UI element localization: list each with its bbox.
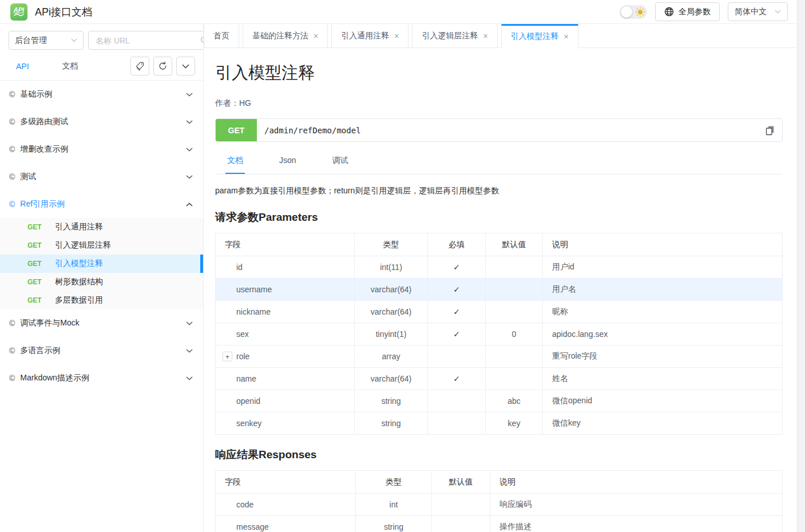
check-icon: ✓ bbox=[453, 263, 460, 272]
subtab-debug[interactable]: 调试 bbox=[331, 150, 350, 174]
group-label: 增删改查示例 bbox=[20, 144, 68, 154]
app-logo: API bbox=[10, 3, 27, 21]
search-input[interactable] bbox=[94, 35, 200, 46]
controller-icon: © bbox=[9, 90, 15, 99]
tab-home[interactable]: 首页 bbox=[204, 24, 239, 47]
field-name: openid bbox=[236, 396, 260, 406]
field-name: id bbox=[236, 263, 243, 272]
sidebar-group-basic[interactable]: © 基础示例 bbox=[0, 81, 203, 108]
sidebar-tab-doc[interactable]: 文档 bbox=[62, 61, 78, 72]
close-icon[interactable]: × bbox=[314, 32, 318, 40]
item-label: 树形数据结构 bbox=[55, 277, 103, 287]
sidebar-item-logic-annotation[interactable]: GET 引入逻辑层注释 bbox=[0, 236, 203, 255]
sidebar-group-ref[interactable]: © Ref引用示例 bbox=[0, 190, 203, 218]
tab-label: 引入逻辑层注释 bbox=[422, 31, 478, 41]
tab-model-annotation[interactable]: 引入模型注释 × bbox=[501, 24, 578, 47]
sidebar-item-common-annotation[interactable]: GET 引入通用注释 bbox=[0, 218, 203, 236]
controller-icon: © bbox=[9, 172, 15, 181]
default-cell bbox=[432, 494, 490, 516]
logo-text: API bbox=[14, 7, 24, 13]
field-cell: senkey bbox=[216, 412, 355, 435]
app-group-select[interactable]: 后台管理 bbox=[9, 31, 84, 50]
sidebar-item-model-annotation[interactable]: GET 引入模型注释 bbox=[0, 255, 203, 273]
author-value: HG bbox=[239, 98, 251, 108]
expand-button[interactable]: + bbox=[223, 352, 232, 362]
toggle-knob bbox=[621, 6, 632, 18]
group-label: 基础示例 bbox=[20, 89, 52, 100]
table-row: nicknamevarchar(64)✓昵称 bbox=[216, 301, 783, 323]
close-icon[interactable]: × bbox=[483, 32, 487, 40]
default-cell bbox=[486, 279, 543, 301]
type-cell: varchar(64) bbox=[355, 279, 428, 301]
chevron-down-icon bbox=[186, 376, 193, 380]
sidebar-submenu-ref: GET 引入通用注释 GET 引入逻辑层注释 GET 引入模型注释 GET 树形… bbox=[0, 218, 203, 309]
theme-toggle[interactable] bbox=[620, 5, 647, 19]
required-cell bbox=[428, 390, 486, 412]
subtab-json[interactable]: Json bbox=[277, 150, 298, 174]
required-cell bbox=[428, 346, 486, 368]
page-title: 引入模型注释 bbox=[215, 62, 783, 85]
global-params-button[interactable]: 全局参数 bbox=[655, 2, 720, 21]
doc-content: 引入模型注释 作者：HG GET /admin/refDemo/model 文档… bbox=[204, 48, 797, 532]
method-badge: GET bbox=[27, 296, 47, 304]
default-cell: 0 bbox=[486, 323, 543, 346]
doc-subtabs: 文档 Json 调试 bbox=[215, 150, 783, 174]
tab-basic-annotation[interactable]: 基础的注释方法 × bbox=[243, 24, 328, 47]
default-cell bbox=[486, 301, 543, 323]
chevron-down-icon bbox=[186, 148, 193, 152]
language-select[interactable]: 简体中文 bbox=[728, 2, 788, 21]
sidebar-item-tree-data[interactable]: GET 树形数据结构 bbox=[0, 273, 203, 291]
sidebar-item-multilayer-data[interactable]: GET 多层数据引用 bbox=[0, 291, 203, 309]
sidebar-tab-api[interactable]: API bbox=[16, 62, 29, 71]
refresh-button[interactable] bbox=[153, 57, 172, 76]
method-badge: GET bbox=[27, 223, 47, 231]
field-cell: openid bbox=[216, 390, 355, 412]
copy-icon[interactable] bbox=[766, 125, 775, 136]
default-cell: abc bbox=[486, 390, 543, 412]
sidebar-group-test[interactable]: © 测试 bbox=[0, 163, 203, 190]
required-cell: ✓ bbox=[428, 301, 486, 323]
chevron-down-icon bbox=[775, 10, 781, 14]
field-name: code bbox=[236, 500, 253, 509]
item-label: 引入逻辑层注释 bbox=[55, 240, 111, 251]
desc-cell: 用户id bbox=[543, 256, 783, 279]
vertical-scrollbar[interactable] bbox=[797, 0, 805, 532]
controller-icon: © bbox=[9, 200, 15, 209]
sidebar-group-crud[interactable]: © 增删改查示例 bbox=[0, 136, 203, 163]
tag-icon bbox=[135, 61, 145, 71]
check-icon: ✓ bbox=[453, 374, 460, 383]
close-icon[interactable]: × bbox=[394, 32, 399, 40]
type-cell: varchar(64) bbox=[355, 368, 428, 390]
request-url: /admin/refDemo/model bbox=[264, 126, 361, 135]
app-header: API APi接口文档 bbox=[0, 0, 797, 24]
responses-heading: 响应结果Responses bbox=[215, 447, 783, 462]
subtab-doc[interactable]: 文档 bbox=[225, 150, 245, 174]
sidebar-group-mock[interactable]: © 调试事件与Mock bbox=[0, 309, 203, 337]
desc-cell: 用户名 bbox=[543, 279, 783, 301]
sidebar-toolbar: API 文档 bbox=[0, 55, 203, 81]
main-area: 首页 基础的注释方法 × 引入通用注释 × 引入逻辑层注释 × 引入模型注释 × bbox=[204, 24, 797, 532]
sidebar-group-multilang[interactable]: © 多语言示例 bbox=[0, 337, 203, 364]
type-cell: int(11) bbox=[355, 256, 428, 279]
chevron-down-icon bbox=[186, 175, 193, 179]
tags-button[interactable] bbox=[130, 57, 149, 76]
tab-common-annotation[interactable]: 引入通用注释 × bbox=[331, 24, 409, 47]
required-cell: ✓ bbox=[428, 279, 486, 301]
required-cell: ✓ bbox=[428, 323, 486, 346]
table-row: messagestring操作描述 bbox=[216, 516, 783, 532]
field-cell: username bbox=[216, 279, 355, 301]
collapse-all-button[interactable] bbox=[176, 57, 195, 76]
field-name: role bbox=[236, 352, 249, 361]
app-title: APi接口文档 bbox=[35, 5, 92, 19]
desc-cell: apidoc.lang.sex bbox=[543, 323, 783, 346]
sidebar-group-markdown[interactable]: © Markdown描述示例 bbox=[0, 364, 203, 392]
sidebar-group-routes[interactable]: © 多级路由测试 bbox=[0, 108, 203, 136]
field-cell: message bbox=[216, 516, 356, 532]
field-name: message bbox=[236, 522, 269, 531]
field-name: nickname bbox=[236, 307, 271, 316]
chevron-down-icon bbox=[186, 93, 193, 97]
close-icon[interactable]: × bbox=[564, 33, 569, 41]
language-value: 简体中文 bbox=[735, 7, 767, 17]
field-cell: id bbox=[216, 256, 355, 279]
tab-logic-annotation[interactable]: 引入逻辑层注释 × bbox=[412, 24, 497, 47]
